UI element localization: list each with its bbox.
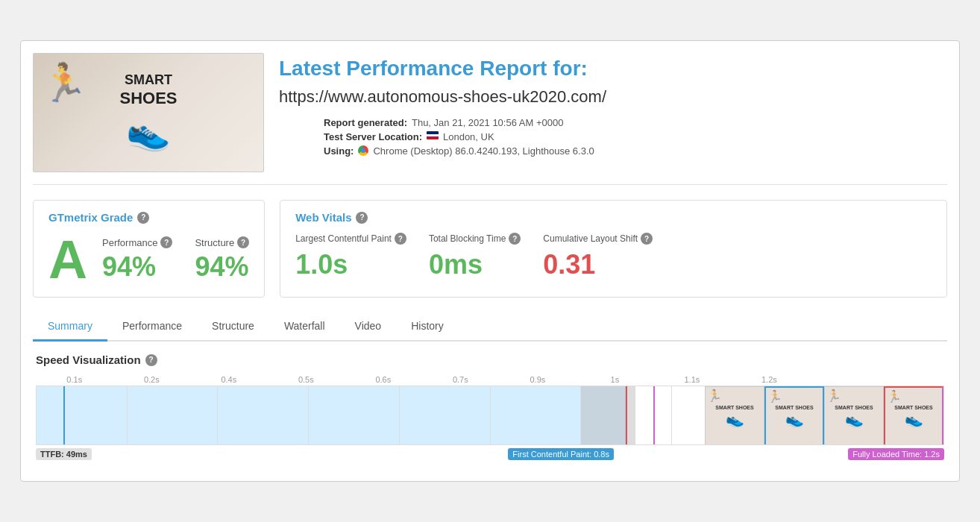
cls-help[interactable]: ?: [641, 233, 653, 245]
speed-viz-section: Speed Visualization ? 0.1s 0.2s 0.4s 0.5…: [33, 353, 947, 469]
header-info: Latest Performance Report for: https://w…: [279, 53, 947, 157]
grid-1: [128, 386, 219, 444]
timeline-bottom-labels: TTFB: 49ms First Contentful Paint: 0.8s …: [36, 448, 944, 469]
tabs-list: Summary Performance Structure Waterfall …: [33, 312, 947, 340]
tab-waterfall[interactable]: Waterfall: [269, 312, 340, 342]
speed-viz-title: Speed Visualization ?: [36, 353, 944, 366]
cls-metric: Cumulative Layout Shift ? 0.31: [543, 233, 653, 280]
gtmetrix-grade-panel: GTmetrix Grade ? A Performance ? 94%: [33, 200, 265, 298]
tab-structure[interactable]: Structure: [197, 312, 269, 342]
speed-viz-help[interactable]: ?: [145, 354, 157, 366]
tab-history[interactable]: History: [396, 312, 459, 342]
tabs-section: Summary Performance Structure Waterfall …: [33, 312, 947, 342]
screenshot-3: 🏃 SMART SHOES 👟: [824, 386, 884, 445]
report-meta: Report generated: Thu, Jan 21, 2021 10:5…: [279, 117, 947, 157]
screenshot-2: 🏃 SMART SHOES 👟: [764, 386, 824, 445]
web-vitals-help[interactable]: ?: [356, 212, 368, 224]
gtmetrix-grade-box: A Performance ? 94% Structure ?: [48, 233, 249, 286]
structure-value: 94%: [195, 251, 248, 283]
tl-6: 0.9s: [499, 375, 577, 384]
lcp-metric: Largest Contentful Paint ? 1.0s: [295, 233, 406, 280]
thumbnail-shoe: 👟: [126, 111, 171, 153]
server-label: Test Server Location:: [324, 131, 422, 142]
grades-section: GTmetrix Grade ? A Performance ? 94%: [33, 200, 947, 298]
tl-2: 0.4s: [190, 375, 268, 384]
grade-letter: A: [48, 233, 87, 286]
timeline-labels-row: 0.1s 0.2s 0.4s 0.5s 0.6s 0.7s 0.9s 1s 1.…: [36, 375, 944, 384]
header-section: 🏃 SMARTSHOES 👟 Latest Performance Report…: [33, 53, 947, 185]
chrome-icon: [358, 145, 368, 156]
tl-9: 1.2s: [731, 375, 808, 384]
fcp-marker: [626, 386, 627, 444]
server-value: London, UK: [443, 131, 494, 142]
tl-7: 1s: [577, 375, 654, 384]
tab-summary[interactable]: Summary: [33, 312, 107, 342]
using-value: Chrome (Desktop) 86.0.4240.193, Lighthou…: [373, 145, 594, 157]
performance-help[interactable]: ?: [160, 236, 172, 248]
tl-5: 0.7s: [422, 375, 500, 384]
thumbnail-figure: 🏃: [41, 61, 87, 104]
timeline-track: 🏃 SMART SHOES 👟 🏃 SMART SHOES 👟 🏃 SMART …: [36, 386, 944, 445]
tbt-label: Total Blocking Time ?: [429, 233, 521, 245]
flag-icon: [427, 131, 439, 139]
generated-label: Report generated:: [324, 117, 407, 128]
screenshot-4: 🏃 SMART SHOES 👟: [884, 386, 943, 445]
report-title: Latest Performance Report for:: [279, 56, 947, 81]
meta-using: Using: Chrome (Desktop) 86.0.4240.193, L…: [324, 145, 594, 157]
performance-label: Performance ?: [102, 236, 172, 248]
flt-label: Fully Loaded Time: 1.2s: [848, 448, 944, 460]
tbt-value: 0ms: [429, 249, 521, 280]
screenshot-1: 🏃 SMART SHOES 👟: [705, 386, 764, 445]
web-vitals-title: Web Vitals ?: [295, 211, 932, 224]
structure-help[interactable]: ?: [237, 236, 249, 248]
lcp-value: 1.0s: [295, 249, 406, 280]
ttfb-marker: [63, 386, 65, 444]
gtmetrix-grade-title: GTmetrix Grade ?: [48, 211, 249, 224]
tab-video[interactable]: Video: [340, 312, 397, 342]
lcp-help[interactable]: ?: [395, 233, 406, 245]
fcp-marker2: [653, 386, 655, 444]
gtmetrix-grade-help[interactable]: ?: [137, 212, 149, 224]
using-label: Using:: [324, 145, 354, 157]
tl-8: 1.1s: [653, 375, 731, 384]
web-vitals-metrics: Largest Contentful Paint ? 1.0s Total Bl…: [295, 233, 932, 280]
grid-2: [218, 386, 309, 444]
grid-3: [309, 386, 400, 444]
tl-3: 0.5s: [268, 375, 345, 384]
tl-0: 0.1s: [36, 375, 113, 384]
tbt-metric: Total Blocking Time ? 0ms: [429, 233, 521, 280]
timeline-wrapper: 0.1s 0.2s 0.4s 0.5s 0.6s 0.7s 0.9s 1s 1.…: [36, 375, 944, 469]
tbt-help[interactable]: ?: [509, 233, 521, 245]
grid-4: [400, 386, 491, 444]
site-thumbnail: 🏃 SMARTSHOES 👟: [33, 53, 264, 172]
web-vitals-panel: Web Vitals ? Largest Contentful Paint ? …: [280, 200, 947, 298]
tl-4: 0.6s: [345, 375, 422, 384]
report-url: https://www.autonomous-shoes-uk2020.com/: [279, 87, 947, 107]
lcp-label: Largest Contentful Paint ?: [295, 233, 406, 245]
performance-metric: Performance ? 94%: [102, 236, 172, 283]
main-container: 🏃 SMARTSHOES 👟 Latest Performance Report…: [20, 40, 960, 482]
grid-0: [37, 386, 128, 444]
flt-marker: [942, 386, 943, 444]
cls-value: 0.31: [543, 249, 653, 280]
performance-value: 94%: [102, 251, 156, 283]
structure-metric: Structure ? 94%: [195, 236, 249, 283]
cls-label: Cumulative Layout Shift ?: [543, 233, 653, 245]
structure-label: Structure ?: [195, 236, 249, 248]
grade-metrics: Performance ? 94% Structure ? 94%: [102, 236, 249, 283]
generated-value: Thu, Jan 21, 2021 10:56 AM +0000: [412, 117, 563, 128]
thumbnail-brand: SMARTSHOES: [119, 72, 177, 108]
fcp-label: First Contentful Paint: 0.8s: [508, 448, 614, 460]
screenshot-row: 🏃 SMART SHOES 👟 🏃 SMART SHOES 👟 🏃 SMART …: [705, 386, 943, 444]
tab-performance[interactable]: Performance: [107, 312, 197, 342]
meta-server: Test Server Location: London, UK: [324, 131, 494, 142]
grid-5: [491, 386, 582, 444]
meta-generated: Report generated: Thu, Jan 21, 2021 10:5…: [324, 117, 563, 128]
ttfb-label: TTFB: 49ms: [36, 448, 92, 460]
tl-1: 0.2s: [113, 375, 191, 384]
